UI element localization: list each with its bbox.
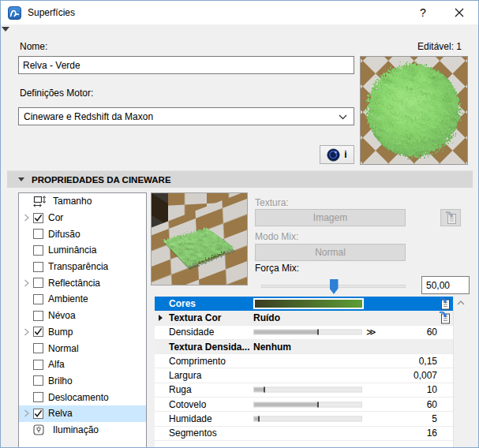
property-row-comprimento[interactable]: Comprimento0,15 [155,354,453,368]
property-row-ruga[interactable]: Ruga10 [155,383,453,398]
property-row-largura[interactable]: Largura0,007 [155,368,453,383]
channel-item-deslocamento[interactable]: Deslocamento [19,389,146,405]
material-preview[interactable] [360,56,468,165]
property-slider[interactable] [253,330,362,335]
channel-item-difusao[interactable]: Difusão [19,226,146,242]
channel-checkbox-relva[interactable] [33,409,43,419]
property-row-densidade[interactable]: Densidade≫60 [155,326,453,340]
channel-checkbox-reflectancia[interactable] [33,278,43,288]
property-slider[interactable] [253,387,362,393]
property-row-textura-cor[interactable]: Textura CorRuído [155,311,453,325]
property-value[interactable]: 16 [427,427,437,439]
channel-checkbox-ambiente[interactable] [33,294,43,304]
property-value[interactable]: Ruído [253,312,280,323]
expand-chevron[interactable] [21,214,33,222]
slider-tick[interactable] [258,416,260,422]
size-icon [33,196,47,207]
channel-item-luminancia[interactable]: Luminância [19,242,146,259]
channel-item-relva[interactable]: Relva [19,405,146,422]
texture-import-button [440,209,461,226]
close-button[interactable] [443,1,476,24]
property-row-cotovelo[interactable]: Cotovelo60 [155,398,453,412]
channel-item-tamanho[interactable]: Tamanho [19,193,146,210]
channel-item-normal[interactable]: Normal [19,340,146,357]
slider-thumb[interactable] [330,279,339,294]
property-value[interactable]: 60 [427,327,437,338]
expand-chevron-icon [24,214,30,222]
channel-checkbox-brilho[interactable] [33,375,43,386]
property-value[interactable]: Nenhum [253,342,291,353]
property-row-textura-densida[interactable]: Textura Densida...Nenhum [155,340,453,354]
slider-fill [254,402,319,406]
channel-item-bump[interactable]: Bump [19,324,146,341]
channel-checkbox-normal[interactable] [33,343,43,353]
property-slider[interactable] [253,416,362,422]
property-label: Densidade [169,327,214,338]
name-input[interactable] [18,56,354,74]
channel-checkbox-luminancia[interactable] [33,245,43,256]
splitter-arrow-icon[interactable] [2,27,9,32]
section-header-cineware[interactable]: PROPRIEDADES DA CINEWARE [7,170,473,188]
lamp-icon [33,424,48,435]
property-value[interactable]: 5 [432,413,437,424]
name-label: Nome: [20,41,47,52]
channel-label: Deslocamento [48,392,109,403]
mix-strength-input[interactable] [421,276,470,294]
import-icon [439,297,451,310]
help-button[interactable]: ? [410,1,436,24]
channel-item-alfa[interactable]: Alfa [19,357,146,373]
c4d-info-label: i [344,149,346,160]
import-icon[interactable] [439,297,451,310]
channel-item-reflectancia[interactable]: Reflectância [19,274,146,291]
collapse-triangle-icon [18,177,24,181]
channel-checkbox-nevoa[interactable] [33,311,43,321]
channel-checkbox-cor[interactable] [33,213,43,223]
mix-strength-slider[interactable] [261,278,406,294]
slider-tick[interactable] [317,401,319,407]
scroll-up-icon[interactable] [457,301,465,305]
table-scrollbar[interactable] [453,297,468,448]
c4d-info-button[interactable]: i [320,145,354,164]
channel-item-cor[interactable]: Cor [19,210,146,226]
channel-checkbox-transparencia[interactable] [33,262,43,272]
channel-item-ambiente[interactable]: Ambiente [19,291,146,308]
window-title: Superfícies [28,7,75,18]
property-label: Cores [169,298,196,309]
channel-checkbox-alfa[interactable] [33,360,43,370]
slider-tick[interactable] [317,330,319,335]
checkmark-icon [34,327,43,336]
mix-mode-button: Normal [255,244,406,261]
expand-chevron[interactable] [21,279,33,287]
property-value[interactable]: 60 [427,399,437,410]
channel-checkbox-deslocamento[interactable] [33,392,43,402]
channel-item-brilho[interactable]: Brilho [19,373,146,390]
expand-triangle-icon[interactable] [159,315,163,321]
slider-tick[interactable] [264,387,265,393]
surfaces-dialog: Superfícies ? Nome: Editável: 1 Definiçõ… [0,0,479,448]
gradient-bar[interactable] [253,298,364,309]
cinema4d-icon [327,148,340,162]
chevron-down-icon [339,114,347,120]
texture-label: Textura: [255,197,289,208]
channel-item-transparencia[interactable]: Transparência [19,259,146,275]
channel-item-nevoa[interactable]: Névoa [19,308,146,324]
channel-checkbox-bump[interactable] [33,327,43,337]
channel-checkbox-difusao[interactable] [33,229,43,239]
editable-count: Editável: 1 [417,41,462,52]
property-slider[interactable] [253,401,362,407]
property-value[interactable]: 0,007 [414,370,437,381]
expand-chevron[interactable] [21,409,33,417]
import-icon [439,311,451,324]
slider-fill [254,330,319,334]
property-row-segmentos[interactable]: Segmentos16 [155,427,453,441]
overflow-chevron-icon[interactable]: ≫ [366,327,376,338]
property-value[interactable]: 10 [427,384,437,395]
property-value[interactable]: 0,15 [419,356,437,367]
property-label: Textura Densida... [169,342,249,353]
channel-item-iluminacao[interactable]: Iluminação [19,422,146,439]
engine-select[interactable]: Cineware e Redshift da Maxon [18,107,354,125]
property-row-humidade[interactable]: Humidade5 [155,412,453,426]
property-row-cores[interactable]: Cores [155,297,453,311]
expand-chevron[interactable] [21,328,33,336]
import-icon[interactable] [439,311,451,324]
